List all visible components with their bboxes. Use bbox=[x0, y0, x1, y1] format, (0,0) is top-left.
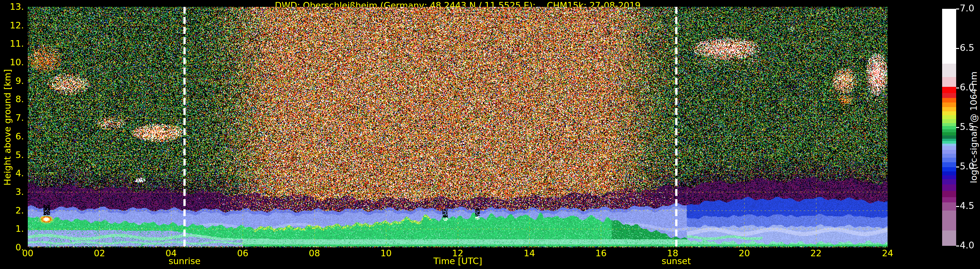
colorbar-tick-label: 4.5 bbox=[960, 201, 974, 212]
ceilometer-quicklook-page: DWD: Oberschleißheim (Germany; 48.2443 N… bbox=[0, 0, 980, 269]
x-tick-label: 22 bbox=[801, 248, 831, 258]
x-tick-label: 00 bbox=[13, 248, 43, 258]
y-tick-label: 5. bbox=[1, 150, 24, 160]
y-tick-label: 2. bbox=[1, 205, 24, 216]
x-tick-label: 04 bbox=[156, 248, 186, 258]
colorbar-tick-mark bbox=[956, 88, 959, 89]
x-tick-label: 12 bbox=[443, 248, 473, 258]
colorbar-tick-label: 5.0 bbox=[960, 161, 974, 172]
colorbar-tick-label: 6.0 bbox=[960, 82, 974, 93]
y-tick-label: 6. bbox=[1, 131, 24, 142]
y-tick-label: 11. bbox=[1, 38, 24, 49]
colorbar-tick-mark bbox=[956, 167, 959, 167]
colorbar-tick-label: 6.5 bbox=[960, 43, 974, 54]
colorbar-tick-mark bbox=[956, 206, 959, 207]
y-tick-label: 13. bbox=[1, 2, 24, 12]
y-tick-label: 1. bbox=[1, 224, 24, 234]
lidar-backscatter-heatmap bbox=[28, 7, 888, 247]
y-tick-label: 12. bbox=[1, 20, 24, 31]
x-tick-label: 08 bbox=[300, 248, 329, 258]
x-tick-label: 02 bbox=[84, 248, 114, 258]
colorbar-tick-mark bbox=[956, 8, 959, 10]
colorbar-tick-mark bbox=[956, 127, 959, 128]
x-tick-label: 18 bbox=[658, 248, 687, 258]
x-tick-label: 24 bbox=[873, 248, 902, 258]
colorbar-tick-label: 5.5 bbox=[960, 121, 974, 132]
x-tick-label: 06 bbox=[228, 248, 257, 258]
y-tick-label: 3. bbox=[1, 187, 24, 197]
x-tick-label: 10 bbox=[371, 248, 401, 258]
y-tick-label: 4. bbox=[1, 168, 24, 178]
x-tick-label: 20 bbox=[730, 248, 759, 258]
y-tick-label: 8. bbox=[1, 94, 24, 105]
colorbar-tick-label: 7.0 bbox=[960, 3, 974, 14]
colorbar-tick-mark bbox=[956, 48, 959, 49]
colorbar-tick-mark bbox=[956, 245, 959, 247]
colorbar-tick-label: 4.0 bbox=[960, 240, 974, 251]
x-tick-label: 16 bbox=[586, 248, 616, 258]
y-tick-label: 10. bbox=[1, 57, 24, 68]
x-tick-label: 14 bbox=[515, 248, 544, 258]
y-tick-label: 7. bbox=[1, 113, 24, 123]
y-tick-label: 9. bbox=[1, 76, 24, 86]
